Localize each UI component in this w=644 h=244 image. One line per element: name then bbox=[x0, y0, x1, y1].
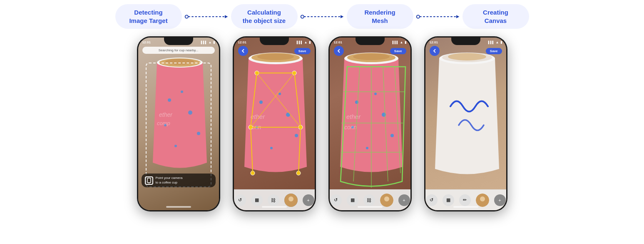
phone-1-home bbox=[166, 206, 191, 208]
avatar-icon bbox=[476, 194, 489, 207]
step-rendering-label: RenderingMesh bbox=[356, 8, 404, 25]
svg-marker-8 bbox=[456, 15, 459, 18]
phone-3-tool-avatar bbox=[380, 194, 393, 207]
phone-1-search-bar: Searching for cup nearby... bbox=[142, 47, 215, 54]
phone-4-status: 12:01 ▌▌▌ ▲ ▮ bbox=[425, 38, 506, 46]
phone-3-status: 12:01 ▌▌▌ ▲ ▮ bbox=[330, 38, 410, 46]
cup-icon bbox=[147, 178, 152, 184]
svg-line-41 bbox=[294, 73, 301, 127]
arrow-3 bbox=[415, 13, 461, 21]
phone-2-status: 12:01 ▌▌▌ ▲ ▮ bbox=[234, 38, 315, 46]
svg-line-40 bbox=[251, 73, 257, 127]
signal-icon: ▌▌▌ bbox=[297, 41, 303, 44]
wifi-icon: ▲ bbox=[400, 40, 403, 44]
phone-4-tool-plus[interactable]: + bbox=[494, 194, 506, 206]
phone-2-screen: ether conn bbox=[234, 38, 315, 210]
back-arrow-icon bbox=[241, 48, 246, 53]
phone-4-tool-grid[interactable]: ▦ bbox=[443, 194, 454, 206]
phones-row: ether comp 12:01 ▌▌▌ ▲ ▮ Searching for c… bbox=[8, 36, 636, 211]
wifi-icon: ▲ bbox=[304, 40, 308, 44]
phone-4-tool-avatar bbox=[476, 194, 489, 207]
phone-4-home bbox=[453, 206, 478, 208]
phone-3-tool-link[interactable]: ⛓ bbox=[363, 194, 375, 206]
svg-line-45 bbox=[257, 73, 301, 127]
svg-point-73 bbox=[480, 196, 485, 201]
phone-2-tool-plus[interactable]: + bbox=[303, 194, 314, 206]
step-flow: DetectingImage Target Calculatingthe obj… bbox=[8, 4, 636, 29]
phone-2-tool-grid[interactable]: ▦ bbox=[251, 194, 263, 206]
svg-point-6 bbox=[416, 15, 419, 18]
phone-4-back-btn[interactable] bbox=[430, 46, 440, 56]
phone-3-signal: ▌▌▌ ▲ ▮ bbox=[393, 40, 406, 44]
phone-4-cup-svg bbox=[428, 48, 506, 188]
phone-1: ether comp 12:01 ▌▌▌ ▲ ▮ Searching for c… bbox=[137, 36, 220, 211]
phone-2-time: 12:01 bbox=[238, 40, 246, 44]
phone-3-tool-rotate[interactable]: ↺ bbox=[330, 194, 342, 206]
svg-marker-5 bbox=[341, 15, 343, 18]
phone-1-signal: ▌▌▌ ▲ ▮ bbox=[201, 40, 215, 44]
phone-3: ether conn 12:01 bbox=[328, 36, 412, 211]
arrow-1 bbox=[184, 13, 229, 21]
toast-line1: Point your camera bbox=[156, 176, 183, 180]
phone-1-toast-icon bbox=[145, 176, 153, 185]
wifi-icon: ▲ bbox=[209, 40, 212, 44]
svg-line-63 bbox=[353, 67, 360, 181]
svg-point-3 bbox=[301, 15, 303, 18]
phone-4-tool-pen[interactable]: ✏ bbox=[459, 194, 471, 206]
phone-4-signal: ▌▌▌ ▲ ▮ bbox=[488, 40, 502, 44]
step-calculating: Calculatingthe object size bbox=[231, 4, 298, 29]
phone-2-tool-link[interactable]: ⛓ bbox=[268, 194, 279, 206]
back-arrow-icon bbox=[432, 48, 437, 53]
svg-line-65 bbox=[383, 67, 388, 181]
step-creating: CreatingCanvas bbox=[462, 4, 529, 29]
battery-icon: ▮ bbox=[405, 40, 406, 44]
phone-2-back-btn[interactable] bbox=[238, 46, 248, 56]
phone-3-home bbox=[358, 206, 383, 208]
svg-line-42 bbox=[251, 127, 253, 173]
phone-2-tool-rotate[interactable]: ↺ bbox=[234, 194, 246, 206]
phone-3-tool-grid[interactable]: ▦ bbox=[347, 194, 358, 206]
phone-2-top-nav: Save bbox=[234, 46, 315, 56]
phone-2-signal: ▌▌▌ ▲ ▮ bbox=[297, 40, 311, 44]
svg-line-46 bbox=[251, 73, 294, 127]
phone-2-tool-avatar bbox=[284, 194, 298, 207]
battery-icon: ▮ bbox=[309, 40, 311, 44]
phone-1-dashed-outline bbox=[146, 63, 211, 187]
phone-3-mesh-svg bbox=[335, 58, 408, 196]
phone-4-time: 12:01 bbox=[430, 40, 438, 44]
avatar-icon bbox=[284, 194, 298, 207]
phone-2-home bbox=[262, 206, 287, 208]
step-creating-label: CreatingCanvas bbox=[472, 8, 520, 25]
phone-1-search-text: Searching for cup nearby... bbox=[159, 48, 198, 52]
phone-1-time: 12:01 bbox=[142, 40, 151, 44]
phone-1-toast-text: Point your camera to a coffee cup bbox=[156, 176, 183, 185]
phone-2: ether conn bbox=[233, 36, 316, 211]
phone-3-time: 12:01 bbox=[334, 40, 342, 44]
phone-2-save-btn[interactable]: Save bbox=[294, 48, 311, 54]
battery-icon: ▮ bbox=[213, 40, 215, 44]
phone-4-tool-rotate[interactable]: ↺ bbox=[426, 194, 438, 206]
step-detecting: DetectingImage Target bbox=[115, 4, 182, 29]
phone-1-status: 12:01 ▌▌▌ ▲ ▮ bbox=[138, 38, 219, 46]
phone-1-toast: Point your camera to a coffee cup bbox=[142, 174, 216, 187]
step-rendering: RenderingMesh bbox=[347, 4, 413, 29]
signal-icon: ▌▌▌ bbox=[488, 41, 495, 44]
phone-3-top-nav: Save bbox=[330, 46, 410, 56]
svg-line-43 bbox=[298, 127, 301, 173]
svg-line-66 bbox=[395, 67, 400, 173]
phone-4-screen: 12:01 ▌▌▌ ▲ ▮ Save ↺ ▦ ✏ bbox=[425, 38, 506, 210]
signal-icon: ▌▌▌ bbox=[201, 41, 207, 44]
phone-3-tool-plus[interactable]: + bbox=[398, 194, 410, 206]
svg-marker-2 bbox=[225, 15, 228, 18]
phone-3-save-btn[interactable]: Save bbox=[390, 48, 406, 54]
phone-4-save-btn[interactable]: Save bbox=[486, 48, 502, 54]
phone-3-back-btn[interactable] bbox=[334, 46, 344, 56]
phone-4-top-nav: Save bbox=[425, 46, 506, 56]
step-detecting-label: DetectingImage Target bbox=[124, 8, 173, 25]
battery-icon: ▮ bbox=[500, 40, 502, 44]
svg-point-0 bbox=[185, 15, 188, 18]
back-arrow-icon bbox=[336, 48, 341, 53]
phone-3-screen: ether conn 12:01 bbox=[330, 38, 410, 210]
svg-point-68 bbox=[384, 196, 389, 201]
avatar-icon bbox=[380, 194, 393, 207]
